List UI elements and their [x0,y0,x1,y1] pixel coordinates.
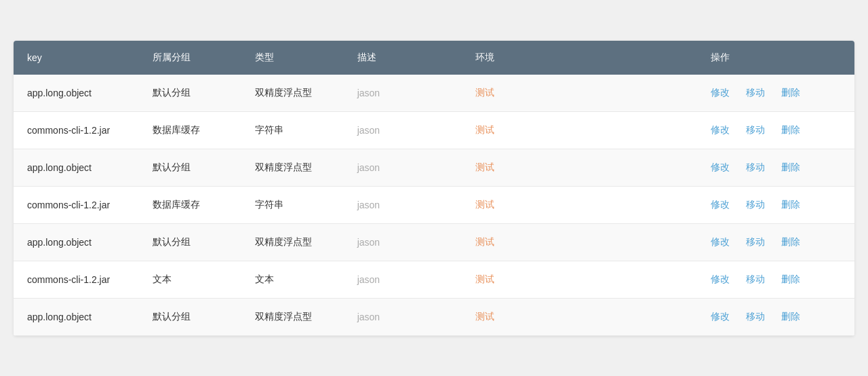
cell-desc: jason [344,111,462,149]
edit-button[interactable]: 修改 [711,236,730,247]
edit-button[interactable]: 修改 [711,87,730,98]
cell-key: commons-cli-1.2.jar [14,111,139,149]
move-button[interactable]: 移动 [746,274,765,284]
cell-actions: 修改 移动 删除 [697,75,854,112]
cell-desc: jason [344,149,462,186]
table-row: app.long.object 默认分组 双精度浮点型 jason 测试 修改 … [14,223,854,261]
edit-button[interactable]: 修改 [711,199,730,210]
table-row: app.long.object 默认分组 双精度浮点型 jason 测试 修改 … [14,149,854,186]
table-row: app.long.object 默认分组 双精度浮点型 jason 测试 修改 … [14,75,854,112]
cell-desc: jason [344,186,462,223]
cell-env: 测试 [462,186,698,223]
header-env: 环境 [462,41,698,75]
header-desc: 描述 [344,41,462,75]
cell-type: 字符串 [241,111,344,149]
cell-type: 双精度浮点型 [241,75,344,112]
table-row: commons-cli-1.2.jar 数据库缓存 字符串 jason 测试 修… [14,186,854,223]
cell-desc: jason [344,223,462,261]
table-row: commons-cli-1.2.jar 数据库缓存 字符串 jason 测试 修… [14,111,854,149]
delete-button[interactable]: 删除 [781,162,800,172]
cell-group: 默认分组 [139,223,241,261]
cell-group: 默认分组 [139,75,241,112]
delete-button[interactable]: 删除 [781,199,800,210]
table-row: commons-cli-1.2.jar 文本 文本 jason 测试 修改 移动… [14,261,854,298]
cell-type: 双精度浮点型 [241,223,344,261]
delete-button[interactable]: 删除 [781,274,800,284]
edit-button[interactable]: 修改 [711,124,730,135]
header-group: 所属分组 [139,41,241,75]
cell-key: app.long.object [14,223,139,261]
edit-button[interactable]: 修改 [711,274,730,284]
move-button[interactable]: 移动 [746,162,765,172]
edit-button[interactable]: 修改 [711,162,730,172]
cell-group: 默认分组 [139,149,241,186]
table-header-row: key 所属分组 类型 描述 环境 操作 [14,41,854,75]
cell-type: 双精度浮点型 [241,298,344,335]
header-action: 操作 [697,41,854,75]
delete-button[interactable]: 删除 [781,236,800,247]
cell-env: 测试 [462,75,698,112]
delete-button[interactable]: 删除 [781,311,800,322]
cell-key: commons-cli-1.2.jar [14,261,139,298]
move-button[interactable]: 移动 [746,124,765,135]
move-button[interactable]: 移动 [746,199,765,210]
delete-button[interactable]: 删除 [781,87,800,98]
cell-actions: 修改 移动 删除 [697,186,854,223]
move-button[interactable]: 移动 [746,236,765,247]
cell-key: app.long.object [14,149,139,186]
cell-group: 默认分组 [139,298,241,335]
move-button[interactable]: 移动 [746,311,765,322]
move-button[interactable]: 移动 [746,87,765,98]
cell-actions: 修改 移动 删除 [697,261,854,298]
cell-actions: 修改 移动 删除 [697,111,854,149]
cell-type: 文本 [241,261,344,298]
config-table: key 所属分组 类型 描述 环境 操作 app.long.object 默认分… [14,41,854,336]
cell-actions: 修改 移动 删除 [697,223,854,261]
cell-key: commons-cli-1.2.jar [14,186,139,223]
cell-env: 测试 [462,223,698,261]
cell-env: 测试 [462,261,698,298]
table-row: app.long.object 默认分组 双精度浮点型 jason 测试 修改 … [14,298,854,335]
cell-env: 测试 [462,111,698,149]
cell-desc: jason [344,298,462,335]
edit-button[interactable]: 修改 [711,311,730,322]
cell-group: 文本 [139,261,241,298]
cell-actions: 修改 移动 删除 [697,298,854,335]
header-type: 类型 [241,41,344,75]
cell-desc: jason [344,75,462,112]
delete-button[interactable]: 删除 [781,124,800,135]
cell-type: 字符串 [241,186,344,223]
cell-env: 测试 [462,298,698,335]
cell-key: app.long.object [14,298,139,335]
cell-key: app.long.object [14,75,139,112]
cell-group: 数据库缓存 [139,111,241,149]
cell-group: 数据库缓存 [139,186,241,223]
cell-env: 测试 [462,149,698,186]
header-key: key [14,41,139,75]
cell-type: 双精度浮点型 [241,149,344,186]
cell-desc: jason [344,261,462,298]
cell-actions: 修改 移动 删除 [697,149,854,186]
